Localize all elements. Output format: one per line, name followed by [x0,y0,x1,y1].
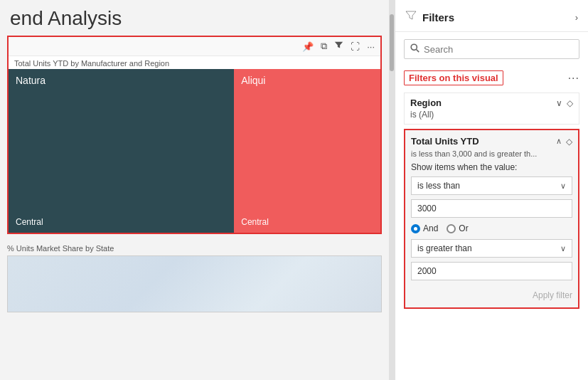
condition2-select[interactable]: is greater than ∨ [411,239,572,258]
total-units-filter-controls: ∧ ◇ [556,137,572,147]
copy-icon[interactable]: ⧉ [319,40,328,53]
condition1-select[interactable]: is less than ∨ [411,176,572,195]
svg-point-0 [411,44,417,50]
map-subtitle: % Units Market Share by State [7,244,382,253]
condition2-chevron-icon: ∨ [560,244,566,253]
search-box[interactable] [404,39,579,59]
region-filter-header: Region ∨ ◇ [410,97,573,108]
total-units-filter-title: Total Units YTD [411,136,479,147]
left-panel: end Analysis 📌 ⧉ ⛶ ··· Total Units YTD b… [0,0,389,380]
filters-title-group: Filters [405,10,454,24]
apply-filter-row: Apply filter [411,289,572,302]
or-radio-group[interactable]: Or [447,223,468,233]
apply-filter-button[interactable]: Apply filter [533,289,572,302]
search-icon [410,43,419,55]
total-units-filter-desc: is less than 3,000 and is greater th... [411,149,572,158]
scrollbar-thumb[interactable] [390,14,394,71]
search-input[interactable] [424,44,573,55]
map-section: % Units Market Share by State [0,241,389,315]
page-title: end Analysis [0,7,389,30]
or-label: Or [459,223,468,233]
region-filter-value: is (All) [410,110,573,120]
total-units-filter-collapse[interactable]: ∧ [556,137,562,146]
and-radio-inner [414,227,417,231]
and-radio-group[interactable]: And [411,223,438,233]
section-more-icon[interactable]: ··· [568,72,579,85]
filters-icon [405,10,417,24]
filters-panel: Filters › Filters on this visual ··· Reg… [395,0,588,380]
treemap-aliqui-label: Aliqui [241,75,373,86]
map-bg [8,256,381,312]
treemap-left-cell: Natura Central [9,69,234,233]
treemap-natura-label: Natura [16,75,227,86]
total-units-filter-header: Total Units YTD ∧ ◇ [411,136,572,147]
and-radio-btn[interactable] [411,224,420,233]
condition1-label: is less than [417,181,460,191]
filters-section-header: Filters on this visual ··· [395,66,588,90]
region-filter: Region ∨ ◇ is (All) [404,93,579,125]
treemap: Natura Central Aliqui Central [9,69,380,233]
region-filter-title: Region [410,97,442,108]
scrollbar-track[interactable] [389,0,395,380]
visual-subtitle: Total Units YTD by Manufacturer and Regi… [9,56,380,69]
filters-header: Filters › [395,0,588,32]
more-icon[interactable]: ··· [365,41,376,53]
treemap-central-left-label: Central [16,217,227,227]
svg-line-1 [417,50,419,53]
filters-title: Filters [422,11,454,23]
treemap-central-right-label: Central [241,217,373,227]
or-radio-btn[interactable] [447,224,456,233]
condition2-input[interactable] [411,262,572,280]
region-filter-controls: ∨ ◇ [556,98,573,108]
filters-on-visual-label: Filters on this visual [404,70,503,85]
visual-container: 📌 ⧉ ⛶ ··· Total Units YTD by Manufacture… [7,36,382,234]
visual-toolbar: 📌 ⧉ ⛶ ··· [9,37,380,56]
and-or-row: And Or [411,223,572,233]
condition1-chevron-icon: ∨ [560,181,566,191]
total-units-filter-clear[interactable]: ◇ [566,137,572,147]
region-filter-clear[interactable]: ◇ [567,98,573,108]
filter-visual-icon[interactable] [333,40,345,53]
total-units-filter: Total Units YTD ∧ ◇ is less than 3,000 a… [404,129,579,309]
region-filter-chevron[interactable]: ∨ [556,98,562,108]
condition2-label: is greater than [417,243,472,253]
filters-collapse-icon[interactable]: › [575,12,578,23]
treemap-right-cell: Aliqui Central [234,69,380,233]
map-visual [7,255,382,312]
pin-icon[interactable]: 📌 [301,41,315,53]
expand-icon[interactable]: ⛶ [349,41,361,53]
and-label: And [423,223,438,233]
condition1-input[interactable] [411,199,572,218]
show-items-label: Show items when the value: [411,162,572,172]
